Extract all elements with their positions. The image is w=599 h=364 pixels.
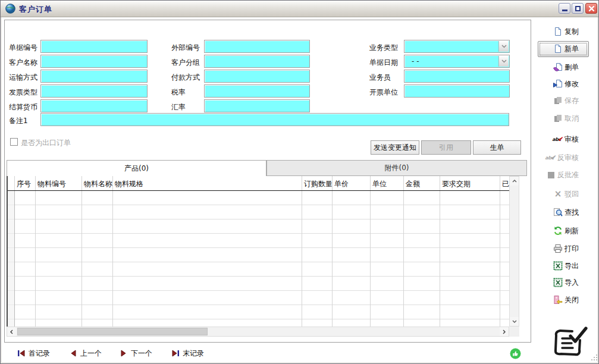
settlement-currency-input[interactable]	[40, 99, 148, 112]
refresh-icon	[553, 226, 563, 236]
record-nav-label: 上一个	[80, 349, 102, 359]
record-nav-label: 末记录	[183, 349, 204, 359]
previous-record-icon	[69, 349, 77, 357]
sidebar-button-refresh[interactable]: 刷新	[532, 224, 598, 238]
remark1-input[interactable]	[40, 113, 509, 126]
scroll-right-button[interactable]	[500, 327, 509, 336]
sidebar-button-import[interactable]: 导入	[532, 275, 598, 290]
first-record-button[interactable]: 首记录	[17, 347, 50, 359]
transport-method-input[interactable]	[40, 70, 148, 83]
customer-name-label: 客户名称	[9, 58, 37, 68]
billing-unit-input[interactable]	[404, 84, 510, 98]
chevron-down-icon	[501, 45, 507, 48]
chevron-down-icon	[512, 320, 517, 323]
generate-order-button[interactable]: 生单	[473, 140, 521, 155]
doc-no-input[interactable]	[40, 40, 148, 53]
copy-icon	[553, 27, 563, 36]
col-seq[interactable]: 序号	[15, 176, 36, 190]
sidebar-button-edit[interactable]: 修改	[532, 77, 598, 91]
last-record-icon	[171, 349, 180, 357]
product-table[interactable]: 序号 物料编号 物料名称 物料规格 订购数量 单价 单位 金额 要求交期 已	[7, 176, 509, 327]
sidebar-button-label: 反批准	[557, 170, 579, 180]
sidebar-button-print[interactable]: 打印	[532, 241, 598, 256]
close-icon	[588, 5, 595, 12]
sidebar-button-search[interactable]: 查找	[532, 205, 598, 219]
col-unit[interactable]: 单位	[371, 176, 404, 190]
sidebar-button-audit[interactable]: abc✔ 审核	[532, 132, 598, 146]
sidebar-button-unaudit[interactable]: abc✔ 反审核	[532, 150, 598, 165]
next-record-icon	[120, 349, 128, 357]
horizontal-scroll-thumb[interactable]	[17, 328, 208, 335]
export-order-checkbox[interactable]	[10, 138, 18, 146]
salesperson-label: 业务员	[369, 73, 391, 83]
record-nav-label: 下一个	[131, 349, 152, 359]
last-record-button[interactable]: 末记录	[171, 347, 204, 359]
customer-group-input[interactable]	[204, 55, 310, 68]
sidebar-button-new[interactable]: 新单	[532, 42, 598, 56]
next-record-button[interactable]: 下一个	[120, 347, 152, 359]
sidebar-button-label: 修改	[564, 79, 579, 89]
business-type-select[interactable]	[404, 40, 510, 53]
edit-doc-icon	[553, 79, 563, 89]
table-horizontal-scrollbar[interactable]	[7, 327, 509, 337]
business-type-dropdown-button[interactable]	[498, 41, 509, 52]
exchange-rate-label: 汇率	[171, 102, 186, 112]
customer-name-input[interactable]	[40, 55, 148, 68]
external-no-input[interactable]	[204, 40, 310, 53]
tab-attachments[interactable]: 附件(0)	[266, 160, 527, 176]
col-required-date[interactable]: 要求交期	[440, 176, 500, 190]
doc-date-dropdown-button[interactable]	[498, 56, 509, 67]
tax-rate-input[interactable]	[204, 84, 310, 98]
col-amount[interactable]: 金额	[404, 176, 440, 190]
sidebar-button-delete[interactable]: 删单	[532, 60, 598, 74]
thumbs-up-status-icon	[510, 348, 521, 359]
settlement-currency-label: 结算货币	[9, 102, 37, 112]
sidebar-button-label: 复制	[564, 27, 579, 37]
scroll-up-button[interactable]	[510, 177, 519, 186]
col-order-qty[interactable]: 订购数量	[302, 176, 333, 190]
minimize-button[interactable]	[559, 3, 570, 14]
payment-method-input[interactable]	[204, 70, 310, 83]
doc-date-select[interactable]: - -	[404, 55, 510, 68]
scroll-left-button[interactable]	[7, 327, 16, 336]
resize-grip[interactable]	[591, 354, 598, 361]
tab-products[interactable]: 产品(0)	[7, 160, 266, 176]
sidebar-button-label: 审核	[564, 134, 579, 145]
sidebar-button-label: 导入	[564, 278, 579, 288]
table-vertical-scrollbar[interactable]	[509, 176, 519, 327]
sidebar-button-label: 反审核	[557, 153, 579, 163]
close-button[interactable]	[585, 3, 597, 14]
sidebar-button-save[interactable]: 保存	[532, 93, 598, 108]
doc-date-value: - -	[408, 57, 419, 65]
sidebar-button-close[interactable]: 关闭	[532, 293, 598, 307]
row-selector-column[interactable]	[8, 191, 15, 327]
send-change-notice-button[interactable]: 发送变更通知	[371, 140, 419, 155]
exchange-rate-input[interactable]	[204, 99, 310, 112]
record-nav-label: 首记录	[29, 349, 50, 359]
col-material-spec[interactable]: 物料规格	[113, 176, 302, 190]
sidebar-button-cancel[interactable]: 取消	[532, 111, 598, 125]
minimize-icon	[562, 10, 567, 11]
sidebar-button-reject[interactable]: × 驳回	[532, 187, 598, 201]
salesperson-input[interactable]	[404, 70, 510, 83]
scroll-down-button[interactable]	[510, 317, 519, 326]
col-material-no[interactable]: 物料编号	[36, 176, 82, 190]
tax-rate-label: 税率	[171, 87, 186, 98]
maximize-icon	[575, 6, 581, 11]
customer-order-window: 客户订单 单据编号 外部编号 业务类型 客户名称 客户分组 单据日期 - - 运…	[0, 0, 599, 364]
invoice-type-input[interactable]	[40, 84, 148, 98]
first-record-icon	[17, 349, 26, 357]
previous-record-button[interactable]: 上一个	[69, 347, 102, 359]
sidebar-button-copy[interactable]: 复制	[532, 24, 598, 39]
maximize-button[interactable]	[572, 3, 584, 14]
search-icon	[553, 208, 563, 217]
table-header-row: 序号 物料编号 物料名称 物料规格 订购数量 单价 单位 金额 要求交期 已	[8, 176, 509, 191]
chevron-right-icon	[503, 330, 506, 334]
table-body[interactable]	[8, 191, 509, 327]
sidebar-button-unapprove[interactable]: 反批准	[532, 168, 598, 182]
sidebar-button-export[interactable]: 导出	[532, 259, 598, 273]
title-bar[interactable]: 客户订单	[1, 1, 599, 17]
reference-button[interactable]: 引用	[421, 140, 471, 155]
col-unit-price[interactable]: 单价	[333, 176, 371, 190]
col-material-name[interactable]: 物料名称	[82, 176, 113, 190]
